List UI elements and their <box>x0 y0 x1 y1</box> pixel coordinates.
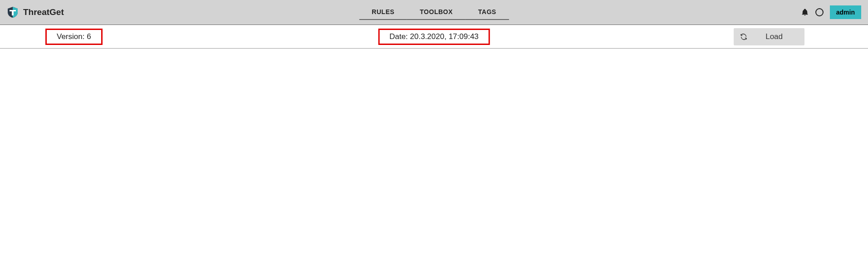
date-display: Date: 20.3.2020, 17:09:43 <box>378 29 490 45</box>
user-button[interactable]: admin <box>830 5 861 19</box>
reload-icon <box>740 33 747 40</box>
status-circle-icon[interactable] <box>815 8 824 16</box>
version-display: Version: 6 <box>45 29 103 45</box>
tab-toolbox[interactable]: TOOLBOX <box>407 5 465 20</box>
tab-tags[interactable]: TAGS <box>466 5 509 20</box>
load-button[interactable]: Load <box>734 28 804 45</box>
shield-logo-icon <box>7 6 19 18</box>
info-bar: Version: 6 Date: 20.3.2020, 17:09:43 Loa… <box>0 25 868 49</box>
app-title: ThreatGet <box>23 7 64 17</box>
nav-tabs: RULES TOOLBOX TAGS <box>359 5 509 20</box>
app-header: ThreatGet RULES TOOLBOX TAGS admin <box>0 0 868 25</box>
notification-bell-icon[interactable] <box>801 8 809 16</box>
header-right: admin <box>801 5 861 19</box>
tab-rules[interactable]: RULES <box>359 5 407 20</box>
logo-area: ThreatGet <box>7 6 64 18</box>
load-button-label: Load <box>765 32 783 41</box>
